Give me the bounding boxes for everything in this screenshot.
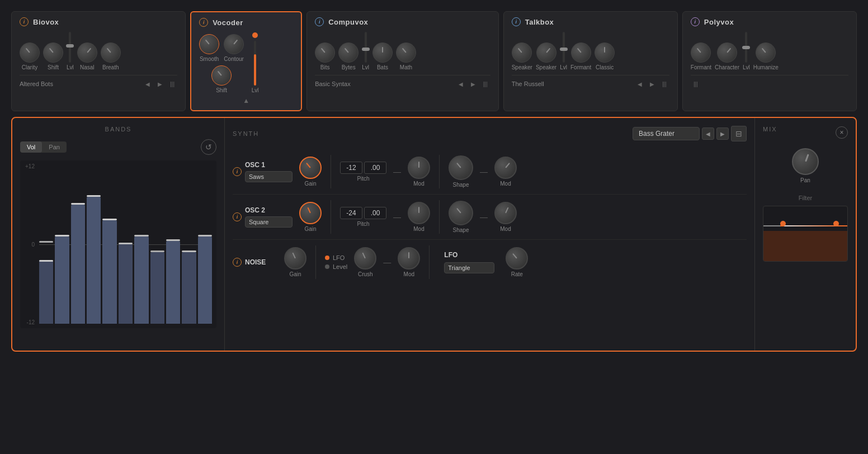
math-label: Math (400, 64, 412, 70)
polyvox-character-knob[interactable] (717, 42, 737, 63)
osc2-mod-group: Mod (408, 202, 430, 232)
band-bar-1[interactable] (39, 165, 53, 324)
polyvox-lvl-slider[interactable] (745, 32, 747, 63)
osc1-shape-knob[interactable] (449, 155, 473, 180)
mix-pan-knob[interactable] (792, 148, 819, 175)
osc2-gain-knob[interactable] (299, 202, 322, 224)
talkbox-classic-knob[interactable] (595, 42, 615, 63)
osc1-pitch-fine[interactable] (364, 162, 386, 174)
noise-gain-knob[interactable] (284, 247, 306, 269)
biovox-next-btn[interactable]: ▶ (155, 79, 165, 89)
biovox-eq-icon[interactable]: ||| (167, 79, 177, 89)
compuvox-lvl-slider[interactable] (365, 32, 367, 63)
band-bar-4[interactable] (87, 165, 101, 324)
polyvox-info-icon[interactable]: i (691, 17, 700, 26)
talkbox-eq-icon[interactable]: ||| (659, 79, 669, 89)
biovox-lvl-slider[interactable] (69, 32, 71, 63)
band-bar-2[interactable] (55, 165, 69, 324)
osc1-info-icon[interactable]: i (233, 167, 242, 176)
vol-toggle-btn[interactable]: Vol (20, 141, 42, 153)
band-bar-5[interactable] (102, 165, 116, 324)
biovox-prev-btn[interactable]: ◀ (143, 79, 153, 89)
band-bar-8[interactable] (150, 165, 164, 324)
breath-knob[interactable] (101, 42, 121, 63)
filter-display[interactable] (763, 206, 848, 262)
contour-knob[interactable] (224, 34, 244, 54)
band-bar-3[interactable] (71, 165, 85, 324)
biovox-info-icon[interactable]: i (20, 17, 29, 26)
band-bar-11[interactable] (198, 165, 212, 324)
vocoder-lvl-slider[interactable] (254, 41, 256, 86)
lfo-type-select[interactable]: Triangle Sine Square Sawtooth (444, 262, 494, 273)
band-bar-7[interactable] (134, 165, 148, 324)
noise-divider1 (315, 245, 316, 279)
polyvox-eq-icon[interactable]: ||| (691, 79, 701, 89)
talkbox-formant-label: Formant (570, 64, 591, 70)
osc1-pitch-label: Pitch (357, 176, 369, 182)
lfo-rate-knob[interactable] (506, 247, 528, 269)
vocoder-info-icon[interactable]: i (199, 18, 208, 27)
band-bar-9[interactable] (166, 165, 180, 324)
noise-info-icon[interactable]: i (233, 258, 242, 267)
synth-preset-box[interactable]: Bass Grater (633, 127, 700, 140)
bytes-knob[interactable] (338, 42, 358, 63)
mix-close-btn[interactable]: × (836, 126, 848, 139)
osc2-pitch-fine[interactable] (364, 207, 386, 219)
smooth-knob[interactable] (199, 34, 219, 54)
osc2-shape-mod-knob[interactable] (494, 202, 517, 224)
math-knob[interactable] (396, 42, 416, 63)
osc2-shape-knob[interactable] (449, 201, 473, 225)
bats-knob[interactable] (372, 42, 393, 63)
vocoder-card: i Vocoder Smooth Contour (190, 11, 302, 111)
clarity-knob[interactable] (20, 42, 40, 63)
talkbox-speaker1-label: Speaker (512, 64, 532, 70)
vocoder-shift-knob[interactable] (211, 65, 232, 86)
filter-dot-left[interactable] (780, 221, 786, 226)
compuvox-prev-btn[interactable]: ◀ (456, 79, 466, 89)
synth-save-btn[interactable]: ⊟ (731, 126, 747, 141)
osc1-waveform-select[interactable]: Saws Sine Square Triangle (245, 171, 293, 182)
lfo-legend-level: Level (333, 263, 347, 270)
band-bar-6[interactable] (119, 165, 133, 324)
compuvox-eq-icon[interactable]: ||| (480, 79, 490, 89)
compuvox-next-btn[interactable]: ▶ (468, 79, 478, 89)
compuvox-info-icon[interactable]: i (315, 17, 324, 26)
osc2-pitch-coarse[interactable] (340, 207, 362, 219)
talkbox-formant-knob[interactable] (571, 42, 591, 63)
synth-prev-btn[interactable]: ◀ (702, 127, 714, 140)
osc2-waveform-select[interactable]: Square Sine Saws Triangle (245, 216, 293, 228)
filter-dot-right[interactable] (833, 221, 839, 226)
osc1-pitch-coarse[interactable] (340, 162, 362, 174)
osc1-pitch-inputs (340, 162, 386, 174)
bytes-knob-item: Bytes (338, 42, 358, 70)
bands-reset-btn[interactable]: ↺ (201, 139, 216, 155)
polyvox-humanize-knob[interactable] (756, 42, 776, 63)
talkbox-lvl-slider[interactable] (563, 32, 565, 63)
polyvox-title: Polyvox (704, 18, 734, 26)
y-label-bot: -12 (20, 319, 37, 325)
synth-next-btn[interactable]: ▶ (716, 127, 729, 140)
band-bar-10[interactable] (182, 165, 196, 324)
noise-mod-knob[interactable] (398, 247, 420, 269)
osc2-shape-mod-group: Mod (494, 202, 517, 232)
talkbox-speaker1-knob[interactable] (512, 42, 532, 63)
osc1-mod-knob[interactable] (408, 157, 430, 179)
osc2-mod-knob[interactable] (408, 202, 430, 224)
talkbox-prev-btn[interactable]: ◀ (635, 79, 645, 89)
nasal-knob[interactable] (77, 42, 97, 63)
talkbox-footer: The Russell ◀ ▶ ||| (512, 75, 669, 89)
compuvox-lvl-thumb (362, 48, 370, 51)
pan-toggle-btn[interactable]: Pan (42, 141, 67, 153)
talkbox-speaker2-knob[interactable] (536, 42, 556, 63)
polyvox-formant-knob[interactable] (691, 42, 711, 63)
osc2-info-icon[interactable]: i (233, 212, 242, 221)
bits-knob[interactable] (315, 42, 335, 63)
polyvox-character-label: Character (715, 64, 739, 70)
talkbox-next-btn[interactable]: ▶ (647, 79, 657, 89)
osc1-gain-knob[interactable] (299, 157, 322, 179)
biovox-slider-item: Lvl (67, 32, 74, 70)
talkbox-info-icon[interactable]: i (512, 17, 521, 26)
osc1-shape-mod-knob[interactable] (494, 157, 517, 179)
biovox-shift-knob[interactable] (43, 42, 63, 63)
crush-knob[interactable] (354, 247, 376, 269)
